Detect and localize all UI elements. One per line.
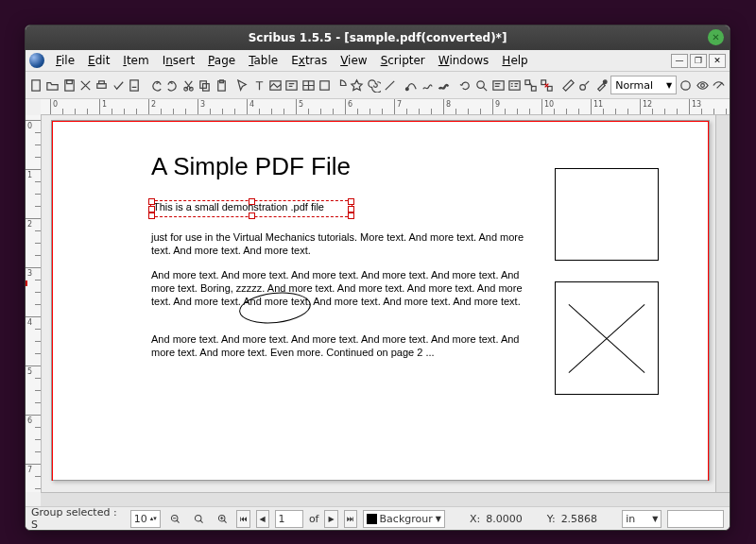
ruler-marker — [26, 280, 27, 286]
doc-heading[interactable]: A Simple PDF File — [151, 152, 351, 181]
image-frame-placeholder[interactable] — [555, 281, 659, 395]
print-button[interactable] — [94, 75, 109, 95]
page-of-label: of — [309, 513, 319, 525]
horizontal-scrollbar[interactable] — [41, 492, 730, 506]
undo-button[interactable] — [148, 75, 163, 95]
cut-button[interactable] — [181, 75, 196, 95]
menubar: File Edit Item Insert Page Table Extras … — [26, 50, 730, 72]
app-window: Scribus 1.5.5 - [sample.pdf(converted)*]… — [25, 25, 730, 531]
canvas[interactable]: A Simple PDF File This is a small demons… — [42, 115, 730, 492]
spiral-tool[interactable] — [367, 75, 381, 95]
close-doc-button[interactable] — [78, 75, 93, 95]
mdi-close-button[interactable]: ✕ — [709, 54, 726, 68]
image-frame-tool[interactable] — [268, 75, 283, 95]
paragraph-2[interactable]: And more text. And more text. And more t… — [151, 268, 524, 308]
calligraphic-tool[interactable] — [437, 75, 451, 95]
menu-help[interactable]: Help — [496, 52, 533, 69]
zoom-value-input[interactable]: 10▴▾ — [130, 510, 161, 528]
svg-rect-3 — [97, 83, 106, 88]
zoom-in-button[interactable] — [214, 508, 232, 529]
link-frames-tool[interactable] — [524, 75, 538, 95]
table-tool[interactable] — [301, 75, 315, 95]
vertical-ruler[interactable]: 012345678 — [26, 115, 42, 492]
y-value: 2.5868 — [561, 513, 598, 525]
edit-in-preview-button[interactable] — [712, 75, 726, 95]
titlebar: Scribus 1.5.5 - [sample.pdf(converted)*]… — [26, 26, 730, 50]
toolbar: Normal▼ — [26, 72, 730, 99]
status-blank-field[interactable] — [667, 510, 724, 528]
copy-props-tool[interactable] — [577, 75, 592, 95]
copy-button[interactable] — [198, 75, 212, 95]
prev-page-button[interactable]: ◀ — [256, 510, 269, 528]
rotate-tool[interactable] — [458, 75, 472, 95]
last-page-button[interactable]: ⏭ — [344, 510, 357, 528]
menu-scripter[interactable]: Scripter — [375, 52, 431, 69]
toggle-cms-button[interactable] — [679, 75, 693, 95]
svg-rect-5 — [130, 79, 138, 90]
horizontal-ruler[interactable]: 01234567891011121314 — [41, 99, 730, 115]
menu-file[interactable]: File — [50, 52, 80, 69]
story-editor-tool[interactable] — [507, 75, 522, 95]
shape-tool[interactable] — [318, 75, 332, 95]
statusbar: Group selected : S 10▴▾ ⏮ ◀ 1 of ▶ ⏭ Bac… — [26, 506, 730, 530]
zoom-tool[interactable] — [474, 75, 489, 95]
freehand-tool[interactable] — [421, 75, 435, 95]
eyedropper-tool[interactable] — [594, 75, 609, 95]
menu-item[interactable]: Item — [117, 52, 154, 69]
redo-button[interactable] — [165, 75, 180, 95]
svg-rect-18 — [492, 80, 503, 89]
svg-rect-13 — [286, 80, 297, 89]
svg-point-17 — [477, 80, 485, 88]
mdi-restore-button[interactable]: ❐ — [690, 54, 707, 68]
bezier-tool[interactable] — [404, 75, 419, 95]
line-tool[interactable] — [383, 75, 397, 95]
svg-point-27 — [700, 83, 704, 87]
workarea: 012345678 A Simple PDF File This is a sm… — [26, 115, 730, 492]
export-pdf-button[interactable] — [128, 75, 142, 95]
unlink-frames-tool[interactable] — [540, 75, 554, 95]
window-close-button[interactable]: ✕ — [708, 29, 724, 45]
arc-tool[interactable] — [334, 75, 348, 95]
measure-tool[interactable] — [561, 75, 576, 95]
current-page-input[interactable]: 1 — [275, 510, 303, 528]
selected-text-frame[interactable]: This is a small demonstration .pdf file — [150, 200, 352, 217]
text-frame-tool[interactable] — [252, 75, 266, 95]
menu-view[interactable]: View — [335, 52, 372, 69]
svg-point-16 — [405, 87, 408, 90]
x-label: X: — [470, 513, 480, 525]
menu-page[interactable]: Page — [202, 52, 241, 69]
menu-windows[interactable]: Windows — [433, 52, 495, 69]
edit-content-tool[interactable] — [490, 75, 505, 95]
new-doc-button[interactable] — [29, 75, 43, 95]
preview-toggle-button[interactable] — [695, 75, 709, 95]
paste-button[interactable] — [215, 75, 229, 95]
svg-rect-4 — [99, 80, 105, 83]
paragraph-1[interactable]: just for use in the Virtual Mechanics tu… — [151, 230, 524, 257]
image-frame-empty[interactable] — [555, 168, 659, 261]
save-button[interactable] — [62, 75, 77, 95]
first-page-button[interactable]: ⏮ — [236, 510, 249, 528]
polygon-tool[interactable] — [350, 75, 364, 95]
select-tool[interactable] — [235, 75, 249, 95]
layer-select[interactable]: Backgrour▼ — [363, 510, 445, 528]
zoom-out-button[interactable] — [166, 508, 184, 529]
render-frame-tool[interactable] — [284, 75, 299, 95]
preview-mode-select[interactable]: Normal▼ — [610, 76, 677, 94]
vertical-scrollbar[interactable] — [715, 115, 730, 492]
paragraph-3[interactable]: And more text. And more text. And more t… — [151, 332, 524, 359]
open-button[interactable] — [45, 75, 60, 95]
preview-mode-label: Normal — [615, 79, 653, 92]
menu-table[interactable]: Table — [243, 52, 284, 69]
menu-edit[interactable]: Edit — [82, 52, 115, 69]
mdi-minimize-button[interactable]: — — [671, 54, 688, 68]
zoom-reset-button[interactable] — [190, 508, 208, 529]
svg-rect-20 — [525, 79, 530, 84]
preflight-button[interactable] — [111, 75, 125, 95]
next-page-button[interactable]: ▶ — [324, 510, 337, 528]
menu-extras[interactable]: Extras — [285, 52, 333, 69]
svg-point-29 — [195, 515, 201, 521]
document-page[interactable]: A Simple PDF File This is a small demons… — [51, 120, 710, 481]
window-title: Scribus 1.5.5 - [sample.pdf(converted)*] — [249, 31, 507, 44]
unit-select[interactable]: in▼ — [622, 510, 662, 528]
menu-insert[interactable]: Insert — [157, 52, 200, 69]
